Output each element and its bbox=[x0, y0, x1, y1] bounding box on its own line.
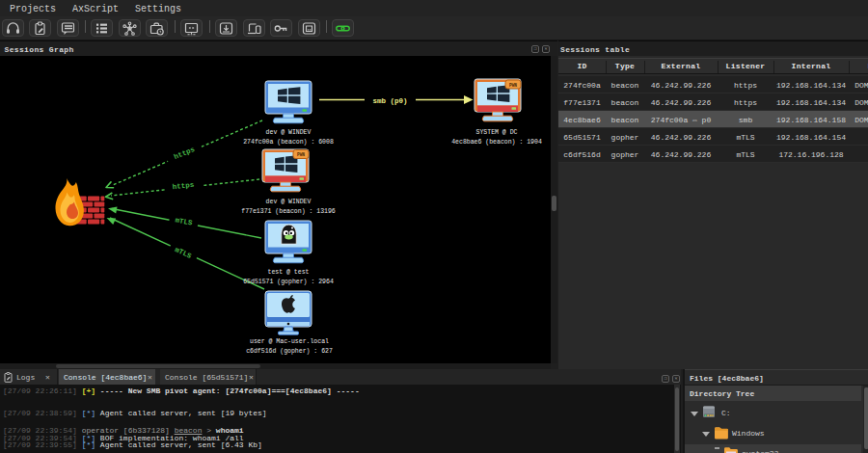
svg-text:274fc00a (beacon) : 6008: 274fc00a (beacon) : 6008 bbox=[243, 139, 334, 146]
svg-text:dev @ WINDEV: dev @ WINDEV bbox=[266, 199, 312, 205]
svg-text:f77e1371 (beacon) : 13196: f77e1371 (beacon) : 13196 bbox=[241, 208, 336, 215]
svg-text:mTLS: mTLS bbox=[174, 246, 193, 260]
svg-text:https: https bbox=[172, 181, 195, 192]
svg-text:dev @ WINDEV: dev @ WINDEV bbox=[266, 129, 312, 136]
svg-text:SYSTEM @ DC: SYSTEM @ DC bbox=[476, 129, 518, 136]
svg-text:65d51571 (gopher) : 2964: 65d51571 (gopher) : 2964 bbox=[243, 279, 334, 285]
svg-text:4ec8bae6 (beacon) : 1904: 4ec8bae6 (beacon) : 1904 bbox=[451, 139, 542, 146]
svg-text:c6df516d (gopher) : 627: c6df516d (gopher) : 627 bbox=[246, 348, 333, 355]
svg-text:smb (p0): smb (p0) bbox=[372, 97, 407, 105]
svg-text:user @ Mac-user.local: user @ Mac-user.local bbox=[250, 338, 329, 345]
svg-text:test @ test: test @ test bbox=[268, 269, 310, 276]
